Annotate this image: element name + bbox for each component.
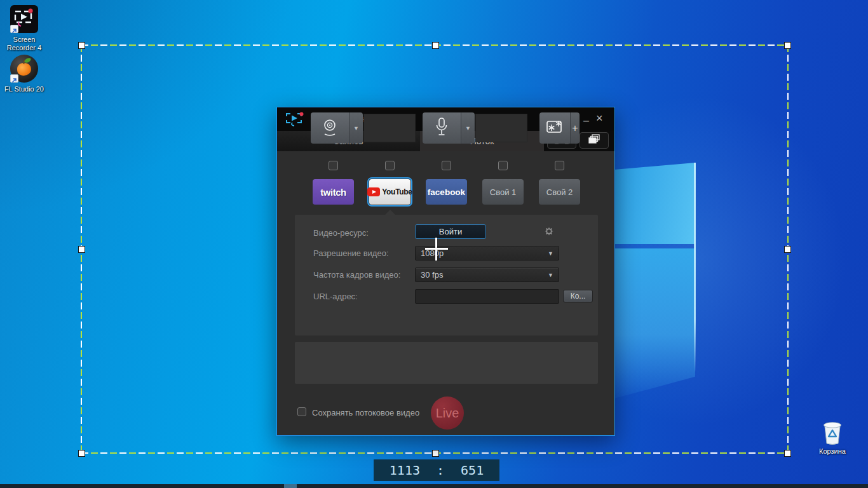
webcam-icon: [320, 117, 339, 140]
login-button-label: Войти: [439, 227, 462, 236]
selection-handle-middle-left[interactable]: [78, 246, 85, 253]
microphone-button[interactable]: [423, 112, 461, 144]
screen-recorder-window: Запись экрана ? – × Запись Поток: [276, 107, 615, 436]
framerate-label: Частота кадров видео:: [313, 270, 400, 280]
resolution-label: Разрешение видео:: [313, 248, 389, 258]
close-icon[interactable]: ×: [596, 112, 603, 125]
stream-settings-gear-icon[interactable]: [544, 226, 554, 239]
device-bar: [295, 342, 598, 384]
shortcut-arrow-icon: [10, 74, 18, 83]
selection-handle-middle-right[interactable]: [784, 246, 791, 253]
custom2-service-button[interactable]: Свой 2: [539, 179, 580, 205]
effects-snowflakes-icon: [545, 119, 564, 138]
save-stream-checkbox[interactable]: [297, 407, 306, 416]
youtube-service-button[interactable]: YouTube: [369, 179, 410, 205]
url-label: URL-адрес:: [313, 292, 358, 301]
login-button[interactable]: Войти: [415, 224, 486, 239]
fl-studio-icon: [10, 55, 38, 83]
webcam-button[interactable]: [311, 112, 349, 144]
custom1-label: Свой 1: [490, 187, 516, 197]
custom1-service-button[interactable]: Свой 1: [482, 179, 524, 205]
add-effect-button[interactable]: +: [570, 112, 580, 144]
save-stream-label: Сохранять потоковое видео: [312, 408, 419, 417]
facebook-logo: facebook: [428, 187, 465, 197]
screen-recorder-icon: [10, 5, 38, 33]
selection-handle-top-left[interactable]: [78, 42, 85, 49]
webcam-dropdown-button[interactable]: ▼: [349, 112, 363, 144]
webcam-preview-slot: [363, 114, 416, 142]
framerate-dropdown[interactable]: 30 fps ▼: [415, 268, 559, 282]
facebook-checkbox[interactable]: [442, 161, 451, 170]
shortcut-arrow-icon: [10, 25, 18, 33]
layered-displays-icon: [587, 133, 602, 147]
copy-url-button[interactable]: Ко...: [563, 290, 593, 302]
chevron-down-icon: ▼: [548, 250, 553, 257]
live-button[interactable]: Live: [431, 396, 464, 430]
twitch-checkbox[interactable]: [329, 161, 338, 170]
url-input[interactable]: [415, 289, 559, 304]
desktop-icon-screen-recorder[interactable]: Screen Recorder 4: [0, 5, 48, 52]
twitch-service-button[interactable]: twitch: [313, 179, 354, 205]
desktop-icon-label: Корзина: [808, 447, 857, 456]
crosshair-cursor: [425, 248, 448, 250]
selection-handle-top-right[interactable]: [784, 42, 791, 49]
resolution-value: 1080p: [421, 248, 444, 258]
selection-size-indicator: 1113 : 651: [374, 459, 499, 481]
selection-size-separator: :: [437, 463, 444, 478]
copy-url-button-label: Ко...: [571, 292, 586, 301]
desktop-icon-recycle-bin[interactable]: Корзина: [808, 418, 857, 456]
microphone-icon: [433, 116, 450, 140]
display-select-button[interactable]: [580, 132, 609, 149]
chevron-down-icon: ▼: [353, 125, 359, 132]
minimize-icon[interactable]: –: [583, 115, 589, 126]
selected-service-pointer: [385, 210, 395, 215]
custom2-label: Свой 2: [546, 187, 573, 197]
recycle-bin-icon: [818, 418, 846, 445]
selection-handle-top-middle[interactable]: [432, 42, 439, 49]
chevron-down-icon: ▼: [465, 125, 471, 132]
plus-icon: +: [572, 123, 578, 134]
app-logo-icon: [285, 111, 305, 130]
youtube-logo: YouTube: [382, 187, 412, 196]
facebook-service-button[interactable]: facebook: [426, 179, 467, 205]
youtube-play-icon: [367, 187, 380, 196]
twitch-logo: twitch: [320, 187, 346, 198]
youtube-checkbox[interactable]: [385, 161, 395, 170]
selection-handle-bottom-middle[interactable]: [432, 450, 439, 457]
selection-height-value: 651: [461, 463, 484, 478]
desktop-icon-fl-studio[interactable]: FL Studio 20: [0, 55, 48, 93]
wallpaper-windows-logo-edge: [694, 163, 696, 372]
microphone-level-slot: [475, 114, 527, 142]
desktop-icon-label: FL Studio 20: [0, 85, 48, 93]
custom1-checkbox[interactable]: [498, 161, 508, 170]
live-button-label: Live: [436, 406, 459, 421]
effects-button[interactable]: [539, 112, 570, 144]
microphone-dropdown-button[interactable]: ▼: [461, 112, 475, 144]
wallpaper-windows-logo-pane-top: [609, 160, 695, 244]
taskbar-edge: [0, 484, 868, 488]
video-resource-label: Видео-ресурс:: [313, 228, 369, 238]
taskbar-app-indicator: [284, 484, 297, 488]
custom2-checkbox[interactable]: [555, 161, 564, 170]
selection-width-value: 1113: [390, 463, 420, 478]
selection-handle-bottom-right[interactable]: [784, 450, 791, 457]
selection-handle-bottom-left[interactable]: [78, 450, 85, 457]
framerate-value: 30 fps: [421, 270, 443, 280]
chevron-down-icon: ▼: [548, 272, 553, 278]
desktop-icon-label: Screen Recorder 4: [0, 36, 48, 52]
